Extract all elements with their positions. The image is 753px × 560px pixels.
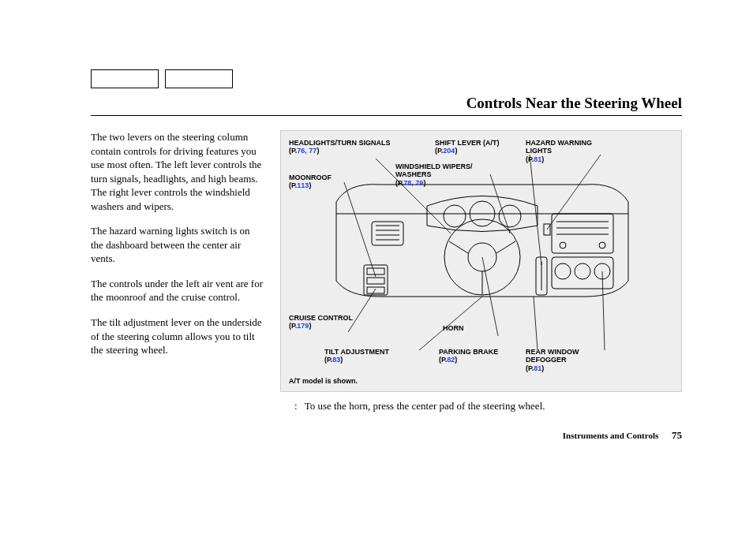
title-rule — [91, 115, 682, 116]
footer-page-number: 75 — [672, 429, 682, 441]
label-horn: HORN — [443, 324, 464, 332]
svg-point-14 — [555, 263, 571, 279]
svg-line-20 — [344, 182, 376, 277]
label-hazard-page: (P.81) — [526, 155, 592, 163]
label-moonroof-text: MOONROOF — [289, 174, 332, 181]
svg-line-21 — [490, 174, 510, 233]
svg-rect-7 — [367, 268, 384, 274]
svg-point-12 — [599, 242, 605, 248]
svg-line-28 — [602, 271, 605, 350]
paragraph-3: The controls under the left air vent are… — [91, 277, 264, 304]
label-parking-text: PARKING BRAKE — [439, 348, 498, 356]
label-rear-defogger: REAR WINDOW DEFOGGER (P.81) — [526, 348, 579, 372]
caption-colon: : — [294, 400, 298, 412]
page-title: Controls Near the Steering Wheel — [91, 95, 682, 112]
label-hazard-text: HAZARD WARNING LIGHTS — [526, 139, 592, 155]
label-rear-page: (P.81) — [526, 364, 579, 372]
label-shift-text: SHIFT LEVER (A/T) — [435, 139, 500, 147]
svg-point-2 — [499, 205, 521, 227]
svg-line-22 — [530, 155, 541, 265]
label-moonroof: MOONROOF (P.113) — [289, 174, 332, 190]
label-parking: PARKING BRAKE (P.82) — [439, 348, 498, 364]
tab-box-2 — [165, 69, 233, 88]
tab-box-1 — [91, 69, 159, 88]
svg-point-15 — [575, 263, 590, 279]
label-shift: SHIFT LEVER (A/T) (P.204) — [435, 139, 500, 155]
svg-rect-8 — [367, 278, 384, 284]
label-parking-page: (P.82) — [439, 356, 498, 364]
label-moonroof-page: (P.113) — [289, 181, 332, 189]
caption-text: To use the horn, press the center pad of… — [305, 400, 545, 412]
svg-line-27 — [534, 297, 538, 350]
label-tilt: TILT ADJUSTMENT (P.83) — [324, 348, 389, 364]
body-text: The two levers on the steering column co… — [91, 130, 264, 368]
page-footer: Instruments and Controls 75 — [563, 429, 682, 442]
label-cruise-text: CRUISE CONTROL — [289, 314, 353, 322]
label-cruise: CRUISE CONTROL (P.179) — [289, 314, 353, 330]
svg-point-0 — [444, 205, 466, 227]
label-headlights-page: (P.76, 77) — [289, 147, 391, 155]
svg-rect-9 — [367, 287, 384, 293]
paragraph-4: The tilt adjustment lever on the undersi… — [91, 315, 264, 357]
paragraph-1: The two levers on the steering column co… — [91, 130, 264, 213]
footer-section: Instruments and Controls — [563, 431, 658, 440]
label-wipers: WINDSHIELD WIPERS/ WASHERS (P.78, 79) — [395, 162, 473, 187]
manual-page: Controls Near the Steering Wheel The two… — [0, 0, 753, 560]
svg-rect-17 — [552, 257, 613, 289]
label-wipers-page: (P.78, 79) — [395, 179, 473, 187]
figure-note: A/T model is shown. — [289, 377, 358, 385]
label-headlights-text: HEADLIGHTS/TURN SIGNALS — [289, 139, 391, 147]
label-hazard: HAZARD WARNING LIGHTS (P.81) — [526, 139, 592, 163]
paragraph-2: The hazard warning lights switch is on t… — [91, 224, 264, 266]
label-shift-page: (P.204) — [435, 147, 500, 155]
label-headlights: HEADLIGHTS/TURN SIGNALS (P.76, 77) — [289, 139, 391, 155]
svg-point-11 — [560, 242, 566, 248]
label-tilt-text: TILT ADJUSTMENT — [324, 348, 389, 356]
label-wipers-text: WINDSHIELD WIPERS/ WASHERS — [395, 162, 473, 179]
svg-rect-10 — [552, 214, 613, 253]
dashboard-illustration — [332, 178, 632, 336]
label-horn-text: HORN — [443, 324, 464, 332]
svg-line-23 — [547, 155, 601, 230]
label-rear-text: REAR WINDOW DEFOGGER — [526, 348, 579, 364]
label-cruise-page: (P.179) — [289, 322, 353, 330]
svg-line-25 — [419, 297, 482, 350]
figure-caption: : To use the horn, press the center pad … — [294, 400, 682, 413]
content-columns: The two levers on the steering column co… — [91, 130, 682, 413]
header-tabs — [91, 69, 233, 88]
figure-column: HEADLIGHTS/TURN SIGNALS (P.76, 77) MOONR… — [280, 130, 682, 413]
label-tilt-page: (P.83) — [324, 356, 389, 364]
dashboard-figure: HEADLIGHTS/TURN SIGNALS (P.76, 77) MOONR… — [280, 130, 682, 392]
